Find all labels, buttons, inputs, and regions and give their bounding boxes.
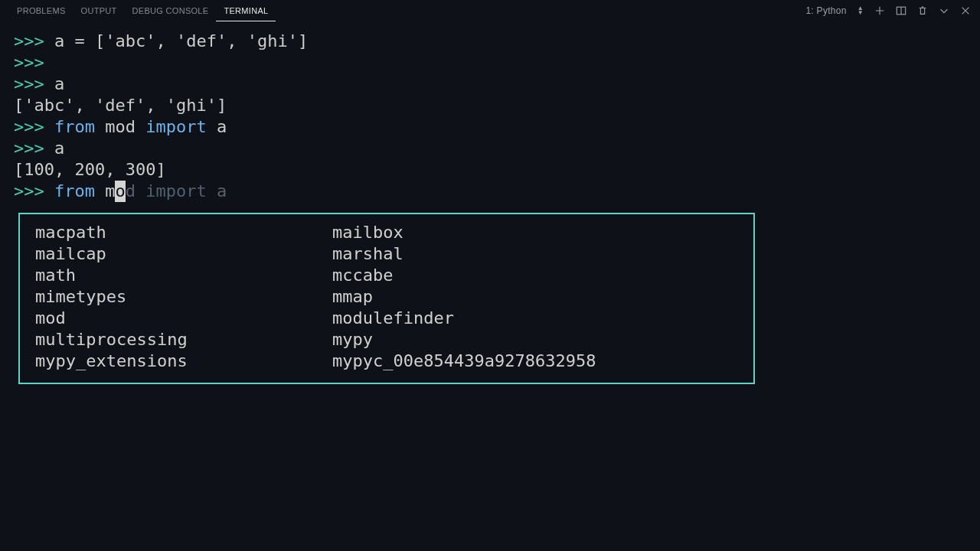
ghost-text: d import a — [126, 181, 227, 201]
tab-problems[interactable]: PROBLEMS — [9, 0, 74, 21]
completion-item[interactable]: mypy_extensions — [35, 350, 332, 372]
completion-item[interactable]: mailcap — [35, 243, 332, 265]
tab-terminal[interactable]: TERMINAL — [216, 0, 276, 21]
completion-item[interactable]: marshal — [332, 243, 738, 265]
terminal-switcher-icon[interactable]: ▲▼ — [858, 6, 864, 15]
repl-line: >>> a — [14, 138, 966, 159]
completion-item[interactable]: mailbox — [332, 222, 738, 243]
repl-code: a — [54, 74, 64, 93]
completion-column: macpath mailcap math mimetypes mod multi… — [35, 222, 332, 372]
repl-line: >>> from mod import a — [14, 116, 966, 138]
repl-current-line[interactable]: >>> from mod import a — [14, 181, 966, 202]
new-terminal-icon[interactable] — [874, 5, 885, 16]
completion-item[interactable]: macpath — [35, 222, 332, 243]
completion-item[interactable]: mimetypes — [35, 286, 332, 308]
repl-prompt: >>> — [14, 31, 44, 51]
keyword-import: import — [145, 117, 206, 136]
completion-column: mailbox marshal mccabe mmap modulefinder… — [332, 222, 738, 372]
repl-prompt: >>> — [14, 117, 44, 136]
split-terminal-icon[interactable] — [896, 5, 906, 16]
completion-item[interactable]: multiprocessing — [35, 329, 332, 350]
chevron-down-icon[interactable] — [939, 5, 949, 16]
repl-output: [100, 200, 300] — [14, 159, 966, 181]
repl-line: >>> a — [14, 73, 966, 95]
tab-debug-console[interactable]: DEBUG CONSOLE — [125, 0, 217, 21]
panel-toolbar: 1: Python ▲▼ — [805, 5, 971, 16]
typed-text: m — [105, 181, 115, 201]
terminal-selector-label: 1: Python — [805, 5, 846, 16]
close-icon[interactable] — [960, 5, 971, 16]
repl-output: ['abc', 'def', 'ghi'] — [14, 95, 966, 116]
keyword-from: from — [54, 117, 95, 136]
completion-item[interactable]: mmap — [332, 286, 738, 308]
completion-item[interactable]: mypyc_00e854439a9278632958 — [332, 350, 738, 372]
panel-tabs: PROBLEMS OUTPUT DEBUG CONSOLE TERMINAL 1… — [0, 0, 980, 21]
completion-popup[interactable]: macpath mailcap math mimetypes mod multi… — [18, 213, 755, 384]
trash-icon[interactable] — [917, 5, 928, 16]
repl-prompt: >>> — [14, 139, 44, 158]
completion-item[interactable]: math — [35, 265, 332, 286]
repl-line: >>> a = ['abc', 'def', 'ghi'] — [14, 31, 966, 52]
repl-line: >>> — [14, 52, 966, 73]
keyword-from: from — [54, 181, 95, 201]
module-name: mod — [105, 117, 136, 136]
repl-prompt: >>> — [14, 53, 44, 72]
import-name: a — [217, 117, 227, 136]
tab-output[interactable]: OUTPUT — [74, 0, 125, 21]
terminal-body[interactable]: >>> a = ['abc', 'def', 'ghi'] >>> >>> a … — [0, 21, 980, 384]
repl-code: a — [54, 139, 64, 158]
completion-item[interactable]: mccabe — [332, 265, 738, 286]
terminal-selector[interactable]: 1: Python — [805, 5, 846, 16]
repl-prompt: >>> — [14, 181, 44, 201]
completion-item[interactable]: mypy — [332, 329, 738, 350]
completion-item[interactable]: modulefinder — [332, 308, 738, 329]
repl-code: a = ['abc', 'def', 'ghi'] — [44, 31, 308, 51]
completion-item[interactable]: mod — [35, 308, 332, 329]
repl-prompt: >>> — [14, 74, 44, 93]
terminal-cursor: o — [115, 181, 125, 202]
